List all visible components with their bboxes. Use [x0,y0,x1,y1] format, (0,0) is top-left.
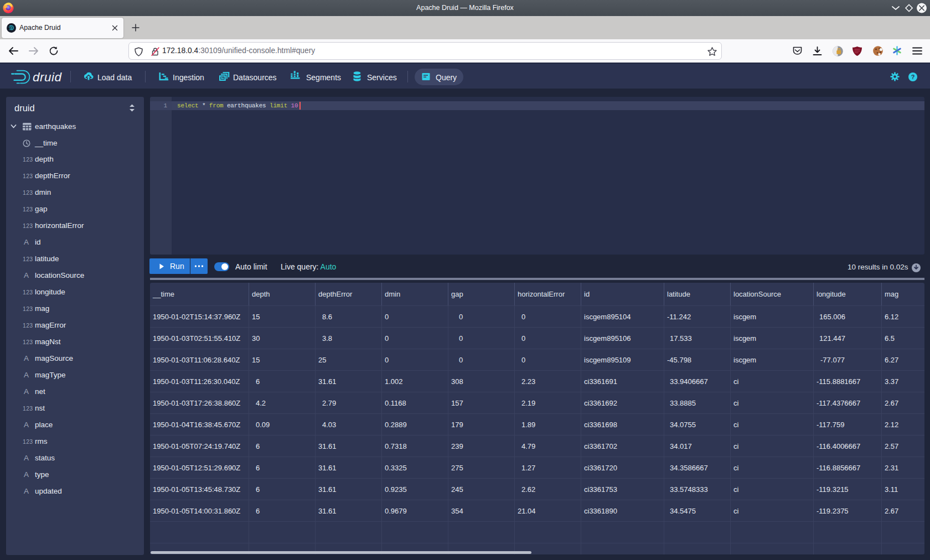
svg-text:?: ? [911,74,915,80]
